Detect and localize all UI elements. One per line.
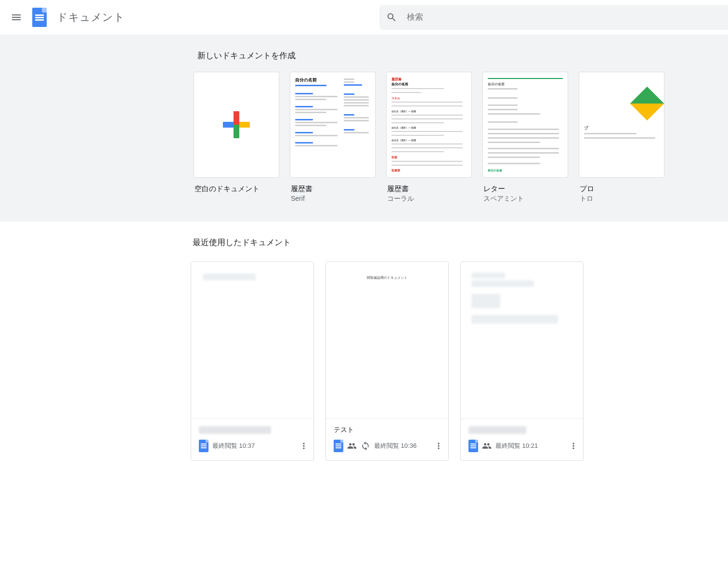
docs-file-icon bbox=[199, 440, 208, 452]
recent-doc[interactable]: 最終閲覧 10:21 bbox=[460, 261, 584, 461]
doc-name bbox=[468, 426, 581, 434]
template-title: レター bbox=[483, 184, 567, 194]
template-resume-serif[interactable]: 自分の名前 bbox=[290, 72, 376, 204]
shared-icon bbox=[482, 441, 492, 451]
search-bar[interactable] bbox=[379, 5, 728, 30]
doc-preview bbox=[461, 262, 583, 419]
more-vert-icon bbox=[299, 441, 309, 451]
doc-preview: 閲覧確認用のドキュメント bbox=[326, 262, 448, 419]
shared-icon bbox=[347, 441, 357, 451]
recent-doc[interactable]: 最終閲覧 10:37 bbox=[191, 261, 314, 461]
template-subtitle: コーラル bbox=[387, 195, 471, 203]
doc-preview bbox=[191, 262, 313, 419]
more-vert-icon bbox=[569, 441, 578, 451]
search-input[interactable] bbox=[407, 13, 728, 22]
template-subtitle: Serif bbox=[291, 195, 375, 202]
more-vert-icon bbox=[434, 441, 443, 451]
template-blank[interactable]: 空白のドキュメント bbox=[194, 72, 279, 204]
recent-section: 最近使用したドキュメント 最終閲覧 10:37 bbox=[0, 222, 728, 480]
doc-more-button[interactable] bbox=[566, 438, 581, 454]
search-icon bbox=[386, 12, 397, 23]
template-card: 自分の名前 自分の名前 bbox=[482, 72, 568, 178]
template-subtitle: トロ bbox=[580, 195, 597, 203]
template-partial[interactable]: プ プロ トロ bbox=[579, 72, 598, 204]
doc-last-seen: 最終閲覧 10:21 bbox=[495, 442, 538, 450]
template-title: 空白のドキュメント bbox=[195, 184, 278, 194]
template-card: 履歴書 自分の名前 スキル 会社名（場所）— 役職 会社名（場所）— 役職 bbox=[386, 72, 472, 178]
docs-logo[interactable] bbox=[31, 7, 48, 28]
docs-file-icon bbox=[334, 440, 343, 452]
template-title: 履歴書 bbox=[387, 184, 471, 194]
template-title: プロ bbox=[580, 184, 597, 194]
app-header: ドキュメント bbox=[0, 0, 728, 35]
template-card: プ bbox=[579, 72, 664, 178]
doc-more-button[interactable] bbox=[296, 438, 312, 454]
doc-name: テスト bbox=[334, 426, 446, 434]
sync-icon bbox=[361, 441, 370, 451]
docs-logo-icon bbox=[32, 8, 47, 27]
hamburger-icon bbox=[11, 12, 22, 23]
recent-doc[interactable]: 閲覧確認用のドキュメント テスト 最終閲覧 10:36 bbox=[325, 261, 449, 461]
template-resume-coral[interactable]: 履歴書 自分の名前 スキル 会社名（場所）— 役職 会社名（場所）— 役職 bbox=[386, 72, 472, 204]
template-letter-spearmint[interactable]: 自分の名前 自分の名前 bbox=[482, 72, 568, 204]
app-title: ドキュメント bbox=[57, 10, 125, 25]
doc-preview-title: 閲覧確認用のドキュメント bbox=[334, 273, 441, 280]
template-gallery: 新しいドキュメントを作成 空白のドキュメント bbox=[0, 35, 728, 222]
template-card: 自分の名前 bbox=[290, 72, 376, 178]
doc-last-seen: 最終閲覧 10:37 bbox=[212, 442, 255, 450]
template-title: 履歴書 bbox=[291, 184, 375, 194]
doc-more-button[interactable] bbox=[431, 438, 446, 454]
plus-icon bbox=[223, 111, 250, 138]
template-list: 空白のドキュメント 自分の名前 bbox=[194, 72, 718, 204]
main-menu-button[interactable] bbox=[5, 6, 28, 29]
recent-docs-list: 最終閲覧 10:37 閲覧確認用のドキュメント テスト bbox=[191, 261, 715, 461]
template-gallery-title: 新しいドキュメントを作成 bbox=[194, 46, 718, 72]
recent-section-title: 最近使用したドキュメント bbox=[191, 235, 715, 261]
template-subtitle: スペアミント bbox=[483, 195, 567, 203]
doc-last-seen: 最終閲覧 10:36 bbox=[374, 442, 416, 450]
doc-name bbox=[199, 426, 312, 434]
template-blank-card bbox=[194, 72, 279, 178]
docs-file-icon bbox=[468, 440, 478, 452]
